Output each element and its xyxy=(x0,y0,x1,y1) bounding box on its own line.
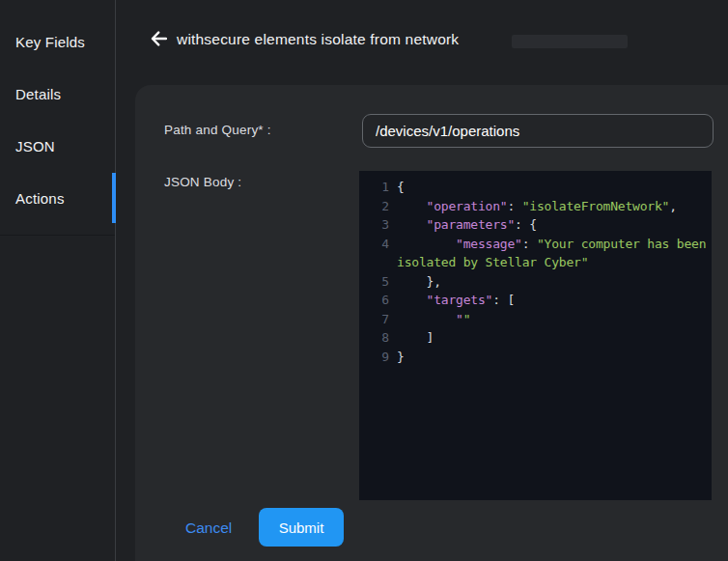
code-text: isolated by Stellar Cyber" xyxy=(397,253,588,272)
redacted-region xyxy=(512,35,628,48)
code-text: "targets": [ xyxy=(397,291,515,310)
json-body-label: JSON Body : xyxy=(164,176,241,189)
json-editor[interactable]: 1 { 2 "operation": "isolateFromNetwork",… xyxy=(359,171,712,500)
sidebar-item-actions[interactable]: Actions xyxy=(0,172,115,224)
sidebar-item-label: Details xyxy=(15,86,61,102)
code-line: 4 "message": "Your computer has been xyxy=(359,235,712,254)
line-number: 6 xyxy=(359,291,397,310)
arrow-left-icon xyxy=(151,31,167,46)
line-number: 9 xyxy=(359,348,397,367)
code-text: "parameters": { xyxy=(397,215,537,235)
code-text: "message": "Your computer has been xyxy=(397,235,706,254)
code-line: 2 "operation": "isolateFromNetwork", xyxy=(359,197,712,216)
code-line: 9 } xyxy=(359,348,712,367)
code-line: 5 }, xyxy=(359,272,712,292)
action-editor-window: Key Fields Details JSON Actions withsecu… xyxy=(0,0,728,561)
code-line: isolated by Stellar Cyber" xyxy=(359,253,712,272)
sidebar-item-label: Key Fields xyxy=(15,34,85,50)
line-number: 4 xyxy=(359,235,397,254)
sidebar-section-divider xyxy=(0,235,115,236)
page-title: withsecure elements isolate from network xyxy=(177,31,459,48)
code-line: 8 ] xyxy=(359,328,712,348)
sidebar-item-key-fields[interactable]: Key Fields xyxy=(0,15,115,68)
back-button[interactable] xyxy=(148,28,169,49)
submit-button[interactable]: Submit xyxy=(259,508,344,547)
sidebar-item-details[interactable]: Details xyxy=(0,68,115,120)
cancel-button[interactable]: Cancel xyxy=(185,509,232,547)
line-number: 5 xyxy=(359,272,397,292)
code-text: }, xyxy=(397,272,441,292)
sidebar: Key Fields Details JSON Actions xyxy=(0,0,116,561)
code-text: } xyxy=(397,348,405,367)
code-text: { xyxy=(397,178,405,197)
code-line: 7 "" xyxy=(359,310,712,329)
sidebar-item-json[interactable]: JSON xyxy=(0,120,115,172)
code-text: "operation": "isolateFromNetwork", xyxy=(397,197,677,216)
code-text: ] xyxy=(397,328,434,348)
line-number: 2 xyxy=(359,197,397,216)
sidebar-item-label: JSON xyxy=(15,138,55,154)
code-line: 3 "parameters": { xyxy=(359,215,712,235)
sidebar-item-label: Actions xyxy=(15,190,65,207)
code-line: 6 "targets": [ xyxy=(359,291,712,310)
line-number: 8 xyxy=(359,328,397,348)
line-number xyxy=(359,253,397,272)
line-number: 1 xyxy=(359,178,397,197)
line-number: 7 xyxy=(359,310,397,329)
line-number: 3 xyxy=(359,215,397,235)
code-line: 1 { xyxy=(359,178,712,197)
code-text: "" xyxy=(397,310,470,329)
path-and-query-input[interactable] xyxy=(362,114,714,148)
path-and-query-label: Path and Query* : xyxy=(164,114,271,147)
